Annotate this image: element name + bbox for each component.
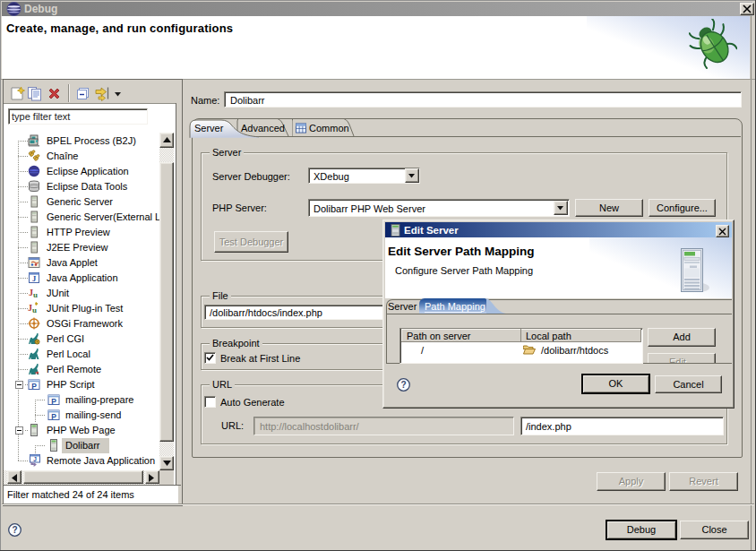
svg-text:?: ? [12,525,17,535]
svg-text:?: ? [400,380,406,390]
